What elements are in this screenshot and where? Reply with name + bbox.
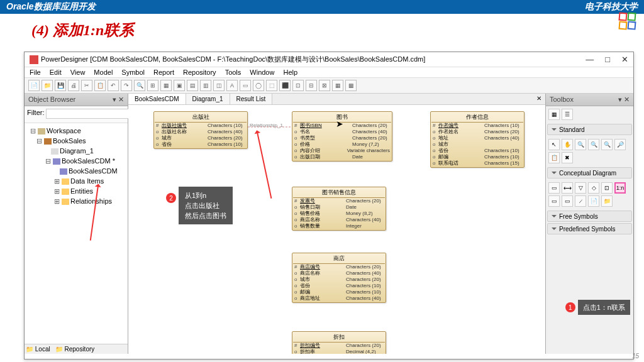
- toolbar-button[interactable]: ▣: [174, 80, 185, 91]
- zoom-in-icon[interactable]: 🔍: [575, 139, 586, 150]
- workspace-icon: [38, 128, 45, 134]
- toolbar-button[interactable]: ↶: [108, 80, 119, 91]
- delete-tool-icon[interactable]: ✖: [562, 152, 573, 163]
- panel-controls[interactable]: ▾ ✕: [618, 96, 630, 104]
- relationship-tool-icon[interactable]: ⟷: [562, 182, 573, 194]
- tool-icon[interactable]: 📋: [548, 152, 560, 163]
- model-icon: [53, 158, 60, 165]
- entity-sales[interactable]: 图书销售信息#发票号Characters (20)o销售日期Dateo销售价格M…: [292, 187, 386, 231]
- entity-tool-icon[interactable]: ▭: [548, 182, 560, 194]
- entity-author[interactable]: 作者信息#作者编号Characters (10)o作者姓名Characters …: [430, 111, 525, 168]
- hand-tool-icon[interactable]: ✋: [562, 139, 573, 150]
- canvas-tab-result[interactable]: Result List: [230, 94, 273, 104]
- toolbar-button[interactable]: 🖨: [68, 80, 79, 91]
- titlebar: PowerDesigner [CDM BookSalesCDM, BookSal…: [25, 52, 633, 67]
- panel-controls[interactable]: ▾ ✕: [113, 96, 124, 104]
- annotation-arrow: [257, 131, 272, 199]
- tree-item[interactable]: Diagram_1: [60, 147, 94, 155]
- menu-file[interactable]: File: [30, 69, 41, 76]
- menu-symbol[interactable]: Symbol: [121, 69, 145, 76]
- toolbar-button[interactable]: ▭: [240, 80, 251, 91]
- menu-tools[interactable]: Tools: [225, 69, 242, 76]
- toolbox-section-standard[interactable]: Standard: [547, 124, 632, 135]
- university-name: 电子科技大学: [585, 1, 638, 13]
- tree-item[interactable]: Entities: [70, 187, 93, 195]
- toolbar-button[interactable]: ↷: [121, 80, 132, 91]
- tree-project[interactable]: BookSales: [53, 137, 86, 145]
- tree-item[interactable]: BookSalesCDM *: [62, 157, 115, 165]
- toolbar-button[interactable]: 🔍: [134, 80, 145, 91]
- pointer-tool-icon[interactable]: ↖: [548, 139, 560, 150]
- toolbar-button[interactable]: ▦: [332, 80, 343, 91]
- entity-publisher[interactable]: 出版社#出版社编号Characters (10)o出版社名称Characters…: [153, 111, 248, 149]
- menu-report[interactable]: Report: [153, 69, 174, 76]
- toolbar-button[interactable]: 📁: [42, 80, 53, 91]
- tab-local[interactable]: 📁 Local: [26, 346, 50, 353]
- entity-discount[interactable]: 折扣#折扣编号Characters (20)o折扣率Decimal (4,2)o…: [292, 331, 386, 354]
- canvas-tab-diagram[interactable]: Diagram_1: [186, 94, 230, 104]
- toolbox-section-free[interactable]: Free Symbols: [547, 211, 632, 222]
- folder-icon: [62, 189, 69, 195]
- toolbox-view-icon[interactable]: ☰: [562, 109, 573, 120]
- entity-book[interactable]: 图书#图书ISBNCharacters (20)o书名Characters (4…: [292, 111, 392, 162]
- inheritance-tool-icon[interactable]: ▽: [575, 182, 586, 194]
- menu-model[interactable]: Model: [94, 69, 113, 76]
- toolbox-panel: Toolbox▾ ✕ ▦☰ Standard ↖ ✋ 🔍 🔍 🔍 🔎 📋 ✖ C…: [545, 94, 633, 354]
- menu-window[interactable]: Window: [250, 69, 274, 76]
- canvas-tab-model[interactable]: BookSalesCDM: [128, 94, 186, 104]
- toolbar-button[interactable]: ▤: [187, 80, 198, 91]
- tree-item[interactable]: Relationships: [70, 197, 112, 205]
- tool-icon[interactable]: ▭: [548, 195, 560, 207]
- tool-icon[interactable]: 📁: [601, 195, 613, 207]
- diagram-canvas[interactable]: 出版社#出版社编号Characters (10)o出版社名称Characters…: [128, 105, 545, 353]
- canvas-area: BookSalesCDM Diagram_1 Result List ✕ 出版社…: [128, 94, 545, 354]
- toolbar-button[interactable]: ▥: [200, 80, 211, 91]
- toolbar-button[interactable]: 📄: [28, 80, 40, 91]
- toolbar-button[interactable]: A: [226, 80, 238, 91]
- minimize-button[interactable]: —: [586, 55, 594, 64]
- folder-icon: [62, 199, 69, 205]
- zoom-out-icon[interactable]: 🔍: [588, 139, 599, 150]
- entity-store[interactable]: 商店#商店编号Characters (20)o商店名称Characters (4…: [292, 253, 386, 303]
- toolbox-section-predefined[interactable]: Predefined Symbols: [547, 223, 632, 234]
- filter-input[interactable]: [46, 109, 130, 119]
- tool-icon[interactable]: 📄: [588, 195, 599, 207]
- toolbox-view-icon[interactable]: ▦: [548, 109, 560, 120]
- toolbar-button[interactable]: ⬚: [266, 80, 277, 91]
- toolbar-button[interactable]: ✂: [81, 80, 92, 91]
- menu-view[interactable]: View: [70, 69, 86, 76]
- tree-view[interactable]: ⊟Workspace ⊟BookSales Diagram_1 ⊟BookSal…: [25, 123, 128, 344]
- object-browser-title: Object Browser: [28, 96, 75, 104]
- toolbar-button[interactable]: ⊞: [147, 80, 158, 91]
- zoom-icon[interactable]: 🔎: [614, 139, 626, 150]
- annotation-callout-2: 从1到n 点击出版社 然后点击图书: [179, 187, 233, 224]
- toolbar-button[interactable]: 📋: [94, 80, 106, 91]
- toolbox-section-conceptual[interactable]: Conceptual Diagram: [547, 167, 632, 178]
- menu-help[interactable]: Help: [283, 69, 297, 76]
- zoom-fit-icon[interactable]: 🔍: [601, 139, 613, 150]
- canvas-close-icon[interactable]: ✕: [533, 94, 545, 104]
- tool-icon[interactable]: ▭: [562, 195, 573, 207]
- menu-edit[interactable]: Edit: [50, 69, 62, 76]
- toolbar-button[interactable]: ◫: [213, 80, 225, 91]
- toolbar-button[interactable]: ⊠: [319, 80, 330, 91]
- tree-workspace[interactable]: Workspace: [47, 127, 81, 134]
- one-to-many-tool-icon[interactable]: 1:n: [614, 182, 626, 194]
- tool-icon[interactable]: ⟋: [575, 195, 586, 207]
- tab-repository[interactable]: 📁 Repository: [55, 346, 95, 353]
- page-number: 15: [632, 353, 639, 359]
- toolbar-button[interactable]: ⊡: [292, 80, 304, 91]
- filter-label: Filter:: [27, 109, 45, 120]
- toolbar-button[interactable]: ⊟: [306, 80, 317, 91]
- toolbar-button[interactable]: ▩: [345, 80, 357, 91]
- toolbar-button[interactable]: ▦: [160, 80, 172, 91]
- close-button[interactable]: ✕: [621, 55, 628, 64]
- tree-item[interactable]: BookSalesCDM: [69, 167, 118, 175]
- toolbar-button[interactable]: 💾: [55, 80, 66, 91]
- toolbar-button[interactable]: ◯: [253, 80, 264, 91]
- maximize-button[interactable]: □: [605, 55, 610, 64]
- toolbar-button[interactable]: ⬛: [279, 80, 291, 91]
- menu-repository[interactable]: Repository: [183, 69, 216, 76]
- association-tool-icon[interactable]: ◇: [588, 182, 599, 194]
- tool-icon[interactable]: ⊡: [601, 182, 613, 194]
